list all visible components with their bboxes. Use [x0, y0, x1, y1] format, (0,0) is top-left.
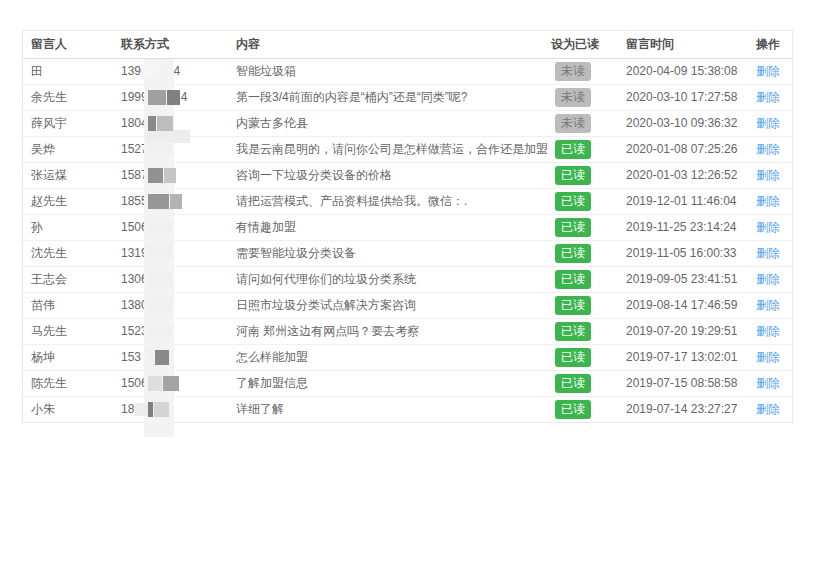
contact-phone: 1855 — [121, 194, 183, 209]
table-row: 薛风宇 1804 内蒙古多伦县 未读 2020-03-10 09:36:32 删… — [23, 110, 792, 136]
commenter-name: 薛风宇 — [31, 116, 67, 130]
read-status-badge[interactable]: 未读 — [555, 62, 591, 81]
delete-link[interactable]: 删除 — [756, 116, 780, 130]
message-time: 2019-11-25 23:14:24 — [626, 220, 737, 234]
message-time: 2019-07-20 19:29:51 — [626, 324, 737, 338]
col-header-action: 操作 — [756, 31, 792, 58]
message-content: 日照市垃圾分类试点解决方案咨询 — [236, 298, 416, 312]
delete-link[interactable]: 删除 — [756, 272, 780, 286]
message-time: 2019-07-15 08:58:58 — [626, 376, 737, 390]
col-header-content: 内容 — [236, 31, 551, 58]
contact-phone: 1527 — [121, 142, 173, 157]
phone-visible-pre: 1319 — [121, 246, 148, 260]
delete-link[interactable]: 删除 — [756, 90, 780, 104]
delete-link[interactable]: 删除 — [756, 298, 780, 312]
delete-link[interactable]: 删除 — [756, 168, 780, 182]
table-header: 留言人 联系方式 内容 设为已读 留言时间 操作 — [23, 31, 792, 58]
read-status-badge[interactable]: 已读 — [555, 218, 591, 237]
table-row: 陈先生 1506 了解加盟信息 已读 2019-07-15 08:58:58 删… — [23, 370, 792, 396]
phone-censor-blur — [141, 64, 160, 79]
read-status-badge[interactable]: 未读 — [555, 114, 591, 133]
table-row: 杨坤 153 . 怎么样能加盟 已读 2019-07-17 13:02:01 删… — [23, 344, 792, 370]
phone-censor-blur — [148, 168, 177, 183]
read-status-badge[interactable]: 已读 — [555, 374, 591, 393]
contact-phone: 1523 — [121, 324, 173, 339]
table-body: 田 139454 智能垃圾箱 未读 2020-04-09 15:38:08 删除… — [23, 58, 792, 422]
commenter-name: 陈先生 — [31, 376, 67, 390]
delete-link[interactable]: 删除 — [756, 142, 780, 156]
commenter-name: 田 — [31, 64, 43, 78]
message-content: 智能垃圾箱 — [236, 64, 296, 78]
read-status-badge[interactable]: 已读 — [555, 166, 591, 185]
messages-table-grid: 留言人 联系方式 内容 设为已读 留言时间 操作 田 139454 智能垃圾箱 … — [23, 31, 792, 422]
phone-censor-blur — [148, 220, 173, 235]
read-status-badge[interactable]: 已读 — [555, 348, 591, 367]
read-status-badge[interactable]: 已读 — [555, 192, 591, 211]
delete-link[interactable]: 删除 — [756, 64, 780, 78]
delete-link[interactable]: 删除 — [756, 246, 780, 260]
read-status-badge[interactable]: 已读 — [555, 322, 591, 341]
message-time: 2020-03-10 17:27:58 — [626, 90, 737, 104]
table-row: 马先生 1523 河南 郑州这边有网点吗？要去考察 已读 2019-07-20 … — [23, 318, 792, 344]
delete-link[interactable]: 删除 — [756, 350, 780, 364]
contact-phone: 1506 — [121, 376, 180, 391]
commenter-name: 王志会 — [31, 272, 67, 286]
table-row: 小朱 1896 详细了解 已读 2019-07-14 23:27:27 删除 — [23, 396, 792, 422]
read-status-badge[interactable]: 已读 — [555, 270, 591, 289]
message-content: 详细了解 — [236, 402, 284, 416]
message-time: 2020-01-08 07:25:26 — [626, 142, 737, 156]
message-content: 请问如何代理你们的垃圾分类系统 — [236, 272, 416, 286]
delete-link[interactable]: 删除 — [756, 324, 780, 338]
commenter-name: 张运煤 — [31, 168, 67, 182]
contact-phone: 1804 — [121, 116, 174, 131]
contact-phone: 1896 — [121, 402, 170, 417]
read-status-badge[interactable]: 已读 — [555, 244, 591, 263]
message-time: 2020-03-10 09:36:32 — [626, 116, 737, 130]
contact-phone: 1506 — [121, 220, 173, 235]
phone-censor-blur — [148, 272, 173, 287]
commenter-name: 杨坤 — [31, 350, 55, 364]
phone-visible-pre: 139 — [121, 64, 141, 78]
phone-visible-pre: 1306 — [121, 272, 148, 286]
contact-phone: 139454 — [121, 64, 180, 79]
contact-phone: 1319 — [121, 246, 173, 261]
phone-censor-blur — [148, 116, 174, 131]
message-time: 2019-09-05 23:41:51 — [626, 272, 737, 286]
commenter-name: 小朱 — [31, 402, 55, 416]
message-content: 河南 郑州这边有网点吗？要去考察 — [236, 324, 419, 338]
message-time: 2020-01-03 12:26:52 — [626, 168, 737, 182]
delete-link[interactable]: 删除 — [756, 402, 780, 416]
message-time: 2020-04-09 15:38:08 — [626, 64, 737, 78]
table-row: 沈先生 1319 需要智能垃圾分类设备 已读 2019-11-05 16:00:… — [23, 240, 792, 266]
phone-censor-blur — [148, 142, 173, 157]
message-content: 请把运营模式、产品资料提供给我。微信：. — [236, 194, 467, 208]
message-content: 怎么样能加盟 — [236, 350, 308, 364]
contact-phone: 1306 — [121, 272, 173, 287]
phone-censor-blur — [148, 246, 173, 261]
read-status-badge[interactable]: 未读 — [555, 88, 591, 107]
phone-censor-blur — [148, 298, 173, 313]
phone-visible-pre: 1380 — [121, 298, 148, 312]
table-row: 田 139454 智能垃圾箱 未读 2020-04-09 15:38:08 删除 — [23, 58, 792, 84]
delete-link[interactable]: 删除 — [756, 194, 780, 208]
read-status-badge[interactable]: 已读 — [555, 296, 591, 315]
col-header-mark-read: 设为已读 — [551, 31, 626, 58]
read-status-badge[interactable]: 已读 — [555, 400, 591, 419]
delete-link[interactable]: 删除 — [756, 376, 780, 390]
phone-visible-pre: 1999 — [121, 90, 148, 104]
phone-censor-blur — [148, 402, 170, 417]
read-status-badge[interactable]: 已读 — [555, 140, 591, 159]
delete-link[interactable]: 删除 — [756, 220, 780, 234]
table-row: 张运煤 1587 咨询一下垃圾分类设备的价格 已读 2020-01-03 12:… — [23, 162, 792, 188]
col-header-contact: 联系方式 — [121, 31, 236, 58]
phone-visible-pre: 1506 — [121, 376, 148, 390]
phone-visible-pre: 1527 — [121, 142, 148, 156]
message-content: 咨询一下垃圾分类设备的价格 — [236, 168, 392, 182]
col-header-time: 留言时间 — [626, 31, 756, 58]
commenter-name: 吴烨 — [31, 142, 55, 156]
message-time: 2019-11-05 16:00:33 — [626, 246, 737, 260]
commenter-name: 孙 — [31, 220, 43, 234]
message-time: 2019-08-14 17:46:59 — [626, 298, 737, 312]
message-content: 了解加盟信息 — [236, 376, 308, 390]
commenter-name: 余先生 — [31, 90, 67, 104]
